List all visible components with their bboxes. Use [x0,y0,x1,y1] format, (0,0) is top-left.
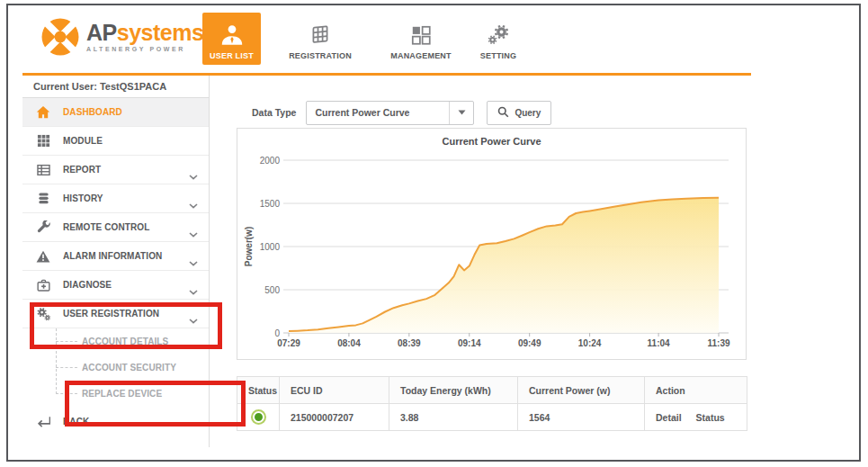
tree-connector [56,393,77,394]
detail-action-link[interactable]: Detail [656,412,682,423]
status-online-indicator [253,411,264,423]
nav-setting[interactable]: SETTING [464,13,532,65]
status-cell [237,404,280,431]
data-type-label: Data Type [252,107,296,118]
query-button-label: Query [515,108,541,118]
logo-text: APsystems ALTENERGY POWER [86,22,203,52]
user-gears-icon [35,307,51,321]
sidebar-item-back[interactable]: BACK [22,407,209,436]
sidebar-item-label: ACCOUNT DETAILS [82,337,168,346]
alarm-triangle-icon [35,250,51,263]
report-icon [35,164,51,176]
svg-text:1000: 1000 [260,242,281,252]
sidebar-item-label: USER REGISTRATION [63,309,159,319]
sidebar-item-account-details[interactable]: ACCOUNT DETAILS [22,328,209,355]
application-window: APsystems ALTENERGY POWER USER LIST REGI… [0,0,868,467]
svg-text:500: 500 [264,285,280,295]
chart-title: Current Power Curve [237,136,746,148]
svg-text:08:39: 08:39 [398,338,421,348]
nav-label: REGISTRATION [283,51,357,60]
apsystems-logo-icon [41,18,79,56]
nav-label: MANAGEMENT [384,51,458,60]
sidebar-item-label: MODULE [63,136,103,146]
sidebar-item-label: BACK [63,417,89,427]
ecu-id-cell: 215000007207 [280,404,389,431]
svg-text:09:49: 09:49 [518,338,541,348]
sidebar-item-label: DASHBOARD [63,107,122,117]
svg-text:09:14: 09:14 [458,338,481,348]
column-header: Action [645,377,747,404]
column-header: Current Power (w) [518,377,645,404]
svg-text:1500: 1500 [260,199,281,209]
svg-text:10:24: 10:24 [578,338,602,348]
data-type-select[interactable]: Current Power Curve [306,101,474,125]
chevron-down-icon [189,311,198,328]
chevron-down-icon [189,254,198,270]
sidebar-item-label: HISTORY [63,193,103,203]
sidebar-item-history[interactable]: HISTORY [22,184,209,213]
user-icon [202,13,261,47]
nav-registration[interactable]: REGISTRATION [283,13,357,65]
data-type-selected-value: Current Power Curve [307,107,449,118]
column-header: Status [237,377,280,404]
nav-management[interactable]: MANAGEMENT [384,13,458,65]
sidebar-item-replace-device[interactable]: REPLACE DEVICE [22,381,209,407]
sidebar-item-report[interactable]: REPORT [22,156,209,184]
tree-connector [56,341,77,342]
query-button[interactable]: Query [487,101,551,125]
query-bar: Data Type Current Power Curve Query [237,100,747,125]
svg-text:08:04: 08:04 [337,338,361,348]
ecu-table: StatusECU IDToday Energy (kWh)Current Po… [237,376,747,431]
action-cell: DetailStatus [645,404,747,431]
power-curve-panel: Current Power Curve 050010001500200007:2… [237,128,747,360]
svg-text:11:04: 11:04 [648,338,670,348]
current-user-label: Current User: TestQS1PACA [22,76,209,98]
brand-tagline: ALTENERGY POWER [86,46,203,52]
status-action-link[interactable]: Status [696,412,725,423]
today-energy-cell: 3.88 [389,404,518,431]
table-header-row: StatusECU IDToday Energy (kWh)Current Po… [237,377,747,404]
brand-name: APsystems [86,22,203,44]
brand-bold: AP [86,20,117,45]
sidebar-item-account-security[interactable]: ACCOUNT SECURITY [22,355,209,381]
column-header: Today Energy (kWh) [389,377,518,404]
home-icon [35,105,51,119]
sidebar-item-dashboard[interactable]: DASHBOARD [22,98,209,127]
module-grid-icon [35,134,51,148]
svg-text:0: 0 [274,328,280,338]
brand-light: systems [117,20,204,45]
sidebar-item-diagnose[interactable]: DIAGNOSE [22,271,209,300]
diagnose-kit-icon [35,279,51,292]
svg-text:07:29: 07:29 [277,338,300,348]
sidebar-item-label: REPLACE DEVICE [82,389,162,399]
grid-squares-icon [384,13,458,47]
chevron-down-icon [189,196,198,212]
sidebar-item-label: REMOTE CONTROL [63,222,149,232]
chevron-down-icon[interactable] [449,102,473,124]
sidebar-item-label: REPORT [63,165,101,175]
tree-connector [56,367,77,368]
sidebar-item-alarm-information[interactable]: ALARM INFORMATION [22,242,209,271]
sidebar: Current User: TestQS1PACA DASHBOARDMODUL… [22,76,210,447]
nav-user-list[interactable]: USER LIST [202,13,261,65]
sidebar-item-label: ALARM INFORMATION [63,251,162,261]
sidebar-item-label: ACCOUNT SECURITY [82,363,176,373]
wrench-icon [35,220,51,234]
sidebar-menu: DASHBOARDMODULEREPORTHISTORYREMOTE CONTR… [22,98,209,436]
sidebar-item-remote-control[interactable]: REMOTE CONTROL [22,213,209,242]
power-curve-chart: 050010001500200007:2908:0408:3909:1409:4… [241,148,740,357]
chevron-down-icon [189,167,198,184]
sidebar-item-label: DIAGNOSE [63,280,112,290]
solar-panel-icon [283,13,357,47]
sidebar-submenu: ACCOUNT DETAILSACCOUNT SECURITYREPLACE D… [22,328,209,407]
column-header: ECU ID [280,377,389,404]
current-power-cell: 1564 [518,404,645,431]
table-row: 215000007207 3.88 1564 DetailStatus [237,404,747,431]
sidebar-item-module[interactable]: MODULE [22,127,209,156]
nav-label: SETTING [464,51,532,60]
apsystems-logo: APsystems ALTENERGY POWER [41,18,203,56]
svg-text:11:39: 11:39 [707,338,729,348]
gears-icon [464,13,532,47]
svg-text:2000: 2000 [260,156,281,166]
sidebar-item-user-registration[interactable]: USER REGISTRATION [22,300,209,328]
